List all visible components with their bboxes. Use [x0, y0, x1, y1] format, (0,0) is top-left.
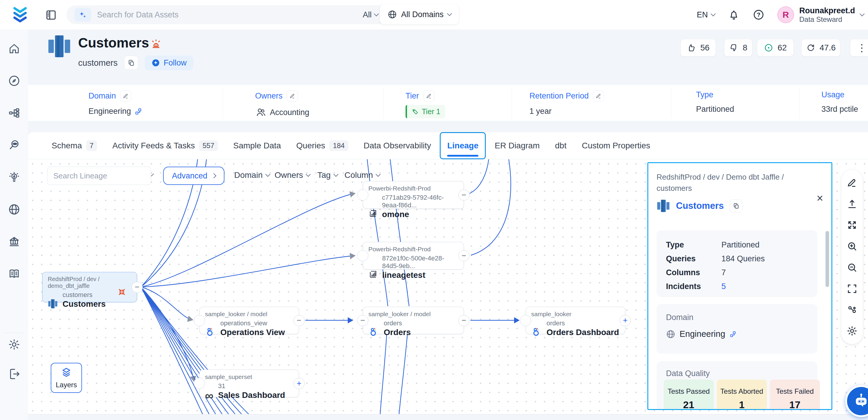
tests-failed-tile: Tests Failed 17 — [770, 380, 820, 410]
tab-data-observability[interactable]: Data Observability — [364, 132, 431, 159]
rearrange-lineage-icon[interactable] — [846, 304, 858, 315]
sidebar-toggle-icon[interactable] — [45, 9, 57, 21]
close-icon[interactable]: × — [817, 192, 823, 204]
app-logo-icon[interactable] — [11, 6, 30, 25]
collapse-upstream-handle[interactable] — [194, 315, 205, 326]
sidebar-item-logout[interactable] — [7, 367, 21, 381]
filter-owners-dropdown[interactable]: Owners — [275, 171, 310, 180]
expand-downstream-handle[interactable]: + — [620, 315, 631, 326]
collapse-downstream-handle[interactable]: − — [458, 315, 469, 326]
collapse-node-icon[interactable] — [117, 288, 126, 296]
sidebar-item-domains[interactable] — [7, 203, 21, 216]
upvote-button[interactable]: 56 — [680, 39, 716, 57]
ai-sparkle-icon[interactable] — [74, 8, 91, 22]
tab-queries[interactable]: Queries184 — [297, 132, 348, 159]
edit-tier-icon[interactable] — [423, 90, 434, 101]
incidents-link[interactable]: 5 — [721, 282, 726, 291]
language-selector[interactable]: EN — [696, 10, 715, 20]
panel-entity-link[interactable]: Customers — [676, 201, 724, 211]
user-role: Data Steward — [799, 16, 855, 24]
entity-info-strip: Domain Engineering Owners Accounting Tie… — [28, 85, 868, 121]
collapse-downstream-handle[interactable]: − — [458, 189, 469, 201]
alert-siren-icon[interactable] — [150, 38, 162, 50]
search-input[interactable] — [97, 10, 357, 20]
info-type: Type Partitioned — [696, 90, 734, 114]
filter-domain-dropdown[interactable]: Domain — [234, 171, 270, 180]
lineage-search-input[interactable] — [53, 171, 152, 181]
zoom-in-icon[interactable] — [846, 241, 858, 252]
edit-domain-icon[interactable] — [120, 90, 131, 101]
entity-summary-panel: RedshiftProd / dev / Demo dbt Jaffle / c… — [647, 162, 832, 410]
sidebar-divider — [4, 333, 24, 333]
advanced-filter-button[interactable]: Advanced — [163, 167, 224, 185]
robot-icon — [852, 392, 868, 410]
fit-view-icon[interactable] — [846, 283, 858, 294]
search-scope-dropdown[interactable]: All — [363, 10, 378, 20]
sidebar-item-explore[interactable] — [7, 74, 21, 88]
edit-lineage-icon[interactable] — [846, 177, 858, 188]
watch-count-button[interactable]: 62 — [757, 39, 794, 57]
collapse-upstream-handle[interactable] — [520, 315, 531, 326]
lineage-node-customers[interactable]: RedshiftProd / dev / demo_dbt_jaffle cus… — [42, 272, 137, 302]
tier-tag[interactable]: Tier 1 — [406, 105, 445, 118]
tab-lineage[interactable]: Lineage — [440, 132, 486, 159]
collapse-upstream-handle[interactable] — [357, 189, 368, 201]
lineage-node-orders[interactable]: sample_looker / model ordersOrders − − — [363, 307, 464, 334]
collapse-upstream-handle[interactable] — [357, 250, 368, 261]
collapse-upstream-handle[interactable] — [194, 378, 205, 389]
user-menu[interactable]: R Rounakpreet.d Data Steward — [777, 6, 864, 24]
collapse-downstream-handle[interactable]: − — [293, 315, 305, 326]
export-icon[interactable] — [846, 199, 858, 210]
sidebar-item-home[interactable] — [7, 42, 21, 55]
global-search-bar[interactable]: All — [66, 5, 408, 24]
notifications-bell-icon[interactable] — [728, 9, 740, 21]
lineage-canvas[interactable]: Advanced Domain Owners Tag Column Powerb… — [28, 159, 868, 414]
sidebar-item-glossary[interactable] — [7, 267, 21, 280]
zoom-out-icon[interactable] — [846, 262, 858, 273]
sidebar-item-lineage[interactable] — [7, 106, 21, 120]
chevron-down-icon — [374, 11, 379, 17]
tab-dbt[interactable]: dbt — [555, 132, 566, 159]
lineage-node-orders-dashboard[interactable]: sample_looker ordersOrders Dashboard + — [526, 307, 625, 334]
lineage-node-operations-view[interactable]: sample_looker / model operations_viewOpe… — [199, 307, 299, 334]
tab-bar: Schema7 Activity Feeds & Tasks557 Sample… — [28, 132, 868, 159]
help-icon[interactable]: ? — [753, 9, 765, 21]
lineage-search-box[interactable] — [47, 167, 151, 185]
copy-icon[interactable] — [730, 200, 743, 212]
tab-schema[interactable]: Schema7 — [52, 132, 97, 159]
lineage-settings-icon[interactable] — [846, 325, 858, 336]
copy-icon[interactable] — [124, 56, 138, 70]
follow-button[interactable]: Follow — [145, 55, 193, 70]
avatar: R — [777, 6, 794, 23]
tab-sample-data[interactable]: Sample Data — [233, 132, 281, 159]
sidebar-item-insights[interactable] — [7, 171, 21, 184]
edit-owners-icon[interactable] — [287, 90, 298, 101]
lineage-node-sales-dashboard[interactable]: sample_superset ∞ 31Sales Dashboard + — [199, 369, 299, 397]
edit-retention-icon[interactable] — [593, 90, 604, 101]
lineage-node-lineagetest[interactable]: Powerbi-Redshift-Prod 872e1f0c-500e-4e28… — [363, 242, 464, 270]
collapse-upstream-handle[interactable]: − — [357, 315, 368, 326]
tab-activity-feeds[interactable]: Activity Feeds & Tasks557 — [112, 132, 218, 159]
collapse-downstream-handle[interactable]: − — [131, 282, 143, 293]
all-domains-selector[interactable]: All Domains — [380, 4, 459, 25]
version-button[interactable]: 47.6 — [801, 39, 840, 57]
looker-icon — [205, 327, 216, 337]
panel-domain-value[interactable]: Engineering — [680, 329, 725, 339]
more-actions-button[interactable]: ⋮ — [850, 39, 868, 57]
panel-breadcrumb[interactable]: RedshiftProd / dev / Demo dbt Jaffle / c… — [656, 171, 810, 194]
expand-icon[interactable] — [846, 219, 858, 231]
sidebar-item-settings[interactable] — [7, 338, 21, 351]
filter-column-dropdown[interactable]: Column — [344, 171, 380, 180]
panel-scrollbar[interactable] — [826, 231, 829, 287]
layers-button[interactable]: Layers — [51, 363, 82, 393]
tab-er-diagram[interactable]: ER Diagram — [495, 132, 539, 159]
filter-tag-dropdown[interactable]: Tag — [317, 171, 338, 180]
downvote-button[interactable]: 8 — [724, 39, 752, 57]
collapse-downstream-handle[interactable]: − — [458, 250, 469, 261]
sidebar-item-observability[interactable] — [7, 138, 21, 152]
tab-custom-properties[interactable]: Custom Properties — [582, 132, 650, 159]
lineage-node-omone[interactable]: Powerbi-Redshift-Prod c771ab29-5792-46fc… — [363, 181, 464, 209]
left-sidebar — [0, 30, 28, 420]
expand-downstream-handle[interactable]: + — [293, 378, 305, 389]
sidebar-item-govern[interactable] — [7, 235, 21, 248]
